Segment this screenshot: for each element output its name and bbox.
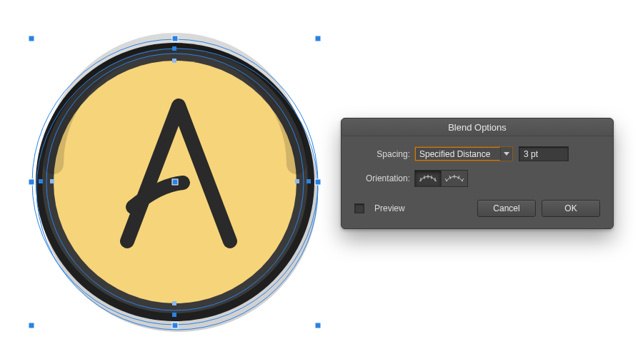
svg-rect-18 [50, 179, 54, 183]
chevron-down-icon [500, 147, 512, 161]
ok-button[interactable]: OK [542, 200, 600, 217]
svg-rect-14 [39, 179, 43, 183]
svg-rect-16 [172, 59, 176, 63]
align-path-icon [445, 173, 464, 183]
svg-rect-8 [172, 323, 178, 328]
orientation-align-to-page-button[interactable] [415, 171, 441, 186]
spacing-dropdown[interactable]: Specified Distance [414, 146, 513, 161]
svg-rect-5 [29, 323, 34, 328]
preview-checkbox[interactable] [354, 203, 364, 213]
svg-rect-12 [172, 46, 176, 51]
svg-rect-17 [172, 301, 176, 305]
blend-options-dialog: Blend Options Spacing: Specified Distanc… [341, 118, 614, 229]
spacing-label: Spacing: [354, 149, 410, 159]
svg-rect-15 [306, 179, 311, 183]
svg-rect-13 [172, 313, 176, 317]
orientation-toggle-group [414, 170, 468, 187]
svg-rect-9 [29, 179, 34, 185]
svg-rect-11 [172, 179, 178, 185]
svg-rect-4 [315, 36, 321, 41]
align-page-icon [419, 173, 437, 183]
svg-rect-3 [29, 36, 34, 41]
orientation-row: Orientation: [354, 170, 600, 187]
dialog-title: Blend Options [342, 118, 613, 136]
svg-rect-19 [295, 179, 299, 183]
spacing-value-input[interactable]: 3 pt [519, 146, 569, 161]
spacing-dropdown-value: Specified Distance [419, 149, 490, 159]
cancel-button[interactable]: Cancel [477, 200, 536, 217]
dialog-bottom-row: Preview Cancel OK [354, 200, 600, 217]
svg-rect-10 [315, 179, 321, 185]
spacing-row: Spacing: Specified Distance 3 pt [354, 146, 600, 161]
svg-rect-6 [315, 323, 321, 328]
orientation-label: Orientation: [354, 173, 410, 183]
orientation-align-to-path-button[interactable] [441, 171, 467, 186]
svg-rect-7 [172, 36, 178, 41]
preview-label: Preview [374, 203, 405, 213]
